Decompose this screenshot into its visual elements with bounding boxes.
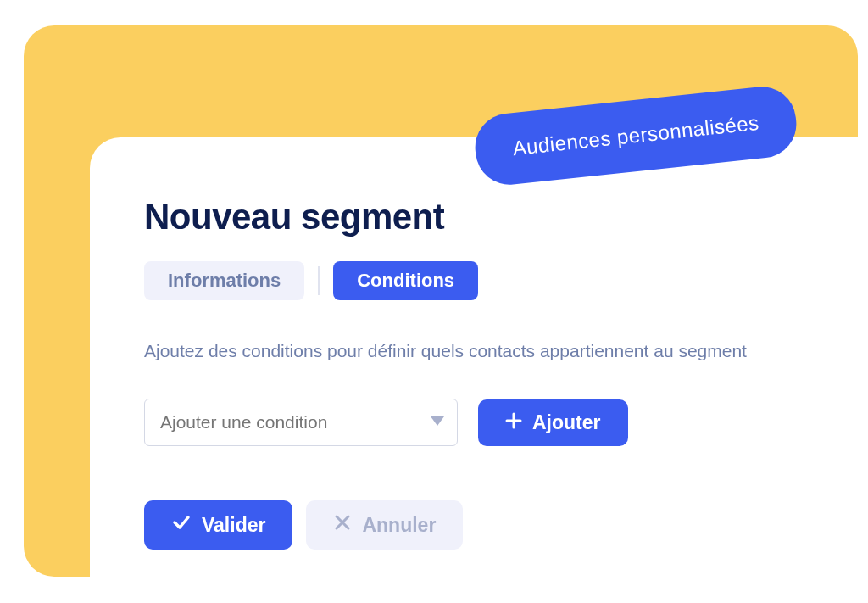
- add-condition-row: Ajouter: [144, 399, 814, 446]
- condition-select-wrapper: [144, 399, 458, 446]
- segment-editor-card: Nouveau segment Informations Conditions …: [90, 137, 868, 603]
- validate-button[interactable]: Valider: [144, 500, 292, 550]
- cancel-button-label: Annuler: [362, 514, 436, 537]
- conditions-description: Ajoutez des conditions pour définir quel…: [144, 341, 814, 361]
- add-condition-button[interactable]: Ajouter: [478, 399, 628, 446]
- tab-informations[interactable]: Informations: [144, 261, 304, 300]
- check-icon: [171, 512, 192, 538]
- add-button-label: Ajouter: [532, 411, 601, 434]
- condition-select[interactable]: [144, 399, 458, 446]
- tab-divider: [318, 266, 320, 295]
- tab-conditions-label: Conditions: [357, 270, 454, 291]
- tab-conditions[interactable]: Conditions: [333, 261, 478, 300]
- tabs-container: Informations Conditions: [144, 261, 814, 300]
- validate-button-label: Valider: [202, 514, 265, 537]
- tab-informations-label: Informations: [168, 270, 281, 291]
- page-title: Nouveau segment: [144, 197, 814, 237]
- feature-badge-label: Audiences personnalisées: [511, 111, 760, 159]
- form-actions: Valider Annuler: [144, 500, 814, 550]
- close-icon: [333, 513, 352, 537]
- cancel-button[interactable]: Annuler: [306, 500, 463, 550]
- plus-icon: [505, 411, 522, 434]
